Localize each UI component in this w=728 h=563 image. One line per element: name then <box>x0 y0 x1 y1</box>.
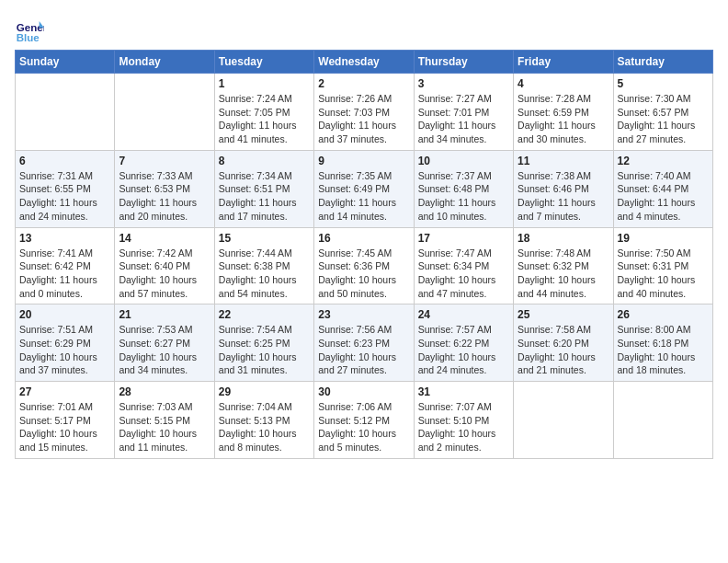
day-detail: Sunrise: 7:28 AM Sunset: 6:59 PM Dayligh… <box>518 92 609 146</box>
day-detail: Sunrise: 7:27 AM Sunset: 7:01 PM Dayligh… <box>418 92 509 146</box>
day-number: 24 <box>418 308 509 321</box>
page-header: General Blue <box>15 15 713 44</box>
day-number: 14 <box>119 232 210 245</box>
day-number: 11 <box>518 155 609 167</box>
calendar-cell: 11Sunrise: 7:38 AM Sunset: 6:46 PM Dayli… <box>514 150 613 227</box>
day-number: 13 <box>19 232 110 245</box>
day-detail: Sunrise: 7:03 AM Sunset: 5:15 PM Dayligh… <box>119 400 210 454</box>
day-detail: Sunrise: 7:57 AM Sunset: 6:22 PM Dayligh… <box>418 323 509 377</box>
calendar-cell <box>115 74 214 151</box>
day-number: 29 <box>219 385 310 398</box>
day-number: 2 <box>318 77 409 90</box>
day-number: 20 <box>19 308 110 321</box>
calendar-cell: 20Sunrise: 7:51 AM Sunset: 6:29 PM Dayli… <box>16 304 115 382</box>
day-detail: Sunrise: 7:44 AM Sunset: 6:38 PM Dayligh… <box>219 247 310 301</box>
calendar-cell: 14Sunrise: 7:42 AM Sunset: 6:40 PM Dayli… <box>115 227 214 304</box>
calendar-cell: 21Sunrise: 7:53 AM Sunset: 6:27 PM Dayli… <box>115 304 214 382</box>
calendar-cell: 19Sunrise: 7:50 AM Sunset: 6:31 PM Dayli… <box>613 227 712 304</box>
day-detail: Sunrise: 7:53 AM Sunset: 6:27 PM Dayligh… <box>119 323 210 377</box>
day-number: 28 <box>119 385 210 398</box>
calendar-cell: 23Sunrise: 7:56 AM Sunset: 6:23 PM Dayli… <box>314 304 414 382</box>
day-number: 9 <box>318 155 409 167</box>
calendar-cell: 15Sunrise: 7:44 AM Sunset: 6:38 PM Dayli… <box>214 227 313 304</box>
day-number: 7 <box>119 155 210 167</box>
calendar-cell: 16Sunrise: 7:45 AM Sunset: 6:36 PM Dayli… <box>314 227 414 304</box>
calendar-week-row: 27Sunrise: 7:01 AM Sunset: 5:17 PM Dayli… <box>16 382 713 459</box>
day-number: 25 <box>518 308 609 321</box>
day-number: 6 <box>19 155 110 167</box>
day-number: 23 <box>318 308 409 321</box>
calendar-cell: 17Sunrise: 7:47 AM Sunset: 6:34 PM Dayli… <box>414 227 513 304</box>
day-detail: Sunrise: 7:47 AM Sunset: 6:34 PM Dayligh… <box>418 247 509 301</box>
day-number: 3 <box>418 77 509 90</box>
day-detail: Sunrise: 7:42 AM Sunset: 6:40 PM Dayligh… <box>119 247 210 301</box>
day-number: 12 <box>618 155 709 167</box>
day-number: 27 <box>19 385 110 398</box>
day-detail: Sunrise: 7:04 AM Sunset: 5:13 PM Dayligh… <box>219 400 310 454</box>
day-number: 8 <box>219 155 310 167</box>
calendar-cell: 22Sunrise: 7:54 AM Sunset: 6:25 PM Dayli… <box>214 304 313 382</box>
day-number: 4 <box>518 77 609 90</box>
logo: General Blue <box>15 15 44 44</box>
calendar-cell: 7Sunrise: 7:33 AM Sunset: 6:53 PM Daylig… <box>115 150 214 227</box>
calendar-cell <box>514 382 613 459</box>
weekday-header: Sunday <box>16 51 115 74</box>
day-detail: Sunrise: 7:30 AM Sunset: 6:57 PM Dayligh… <box>618 92 709 146</box>
day-detail: Sunrise: 7:41 AM Sunset: 6:42 PM Dayligh… <box>19 247 110 301</box>
calendar-week-row: 20Sunrise: 7:51 AM Sunset: 6:29 PM Dayli… <box>16 304 713 382</box>
day-number: 21 <box>119 308 210 321</box>
day-number: 1 <box>219 77 310 90</box>
day-number: 31 <box>418 385 509 398</box>
day-detail: Sunrise: 7:26 AM Sunset: 7:03 PM Dayligh… <box>318 92 409 146</box>
logo-icon: General Blue <box>15 15 44 44</box>
day-number: 15 <box>219 232 310 245</box>
day-detail: Sunrise: 7:50 AM Sunset: 6:31 PM Dayligh… <box>618 247 709 301</box>
day-detail: Sunrise: 7:51 AM Sunset: 6:29 PM Dayligh… <box>19 323 110 377</box>
day-number: 19 <box>618 232 709 245</box>
day-detail: Sunrise: 7:06 AM Sunset: 5:12 PM Dayligh… <box>318 400 409 454</box>
calendar-cell: 5Sunrise: 7:30 AM Sunset: 6:57 PM Daylig… <box>613 74 712 151</box>
calendar-cell: 28Sunrise: 7:03 AM Sunset: 5:15 PM Dayli… <box>115 382 214 459</box>
calendar-cell: 8Sunrise: 7:34 AM Sunset: 6:51 PM Daylig… <box>214 150 313 227</box>
day-detail: Sunrise: 7:07 AM Sunset: 5:10 PM Dayligh… <box>418 400 509 454</box>
calendar-week-row: 6Sunrise: 7:31 AM Sunset: 6:55 PM Daylig… <box>16 150 713 227</box>
day-detail: Sunrise: 7:56 AM Sunset: 6:23 PM Dayligh… <box>318 323 409 377</box>
day-detail: Sunrise: 7:45 AM Sunset: 6:36 PM Dayligh… <box>318 247 409 301</box>
day-detail: Sunrise: 7:35 AM Sunset: 6:49 PM Dayligh… <box>318 169 409 224</box>
weekday-header: Monday <box>115 51 214 74</box>
calendar-cell: 4Sunrise: 7:28 AM Sunset: 6:59 PM Daylig… <box>514 74 613 151</box>
day-detail: Sunrise: 7:48 AM Sunset: 6:32 PM Dayligh… <box>518 247 609 301</box>
day-detail: Sunrise: 7:37 AM Sunset: 6:48 PM Dayligh… <box>418 169 509 224</box>
day-detail: Sunrise: 7:33 AM Sunset: 6:53 PM Dayligh… <box>119 169 210 224</box>
calendar-week-row: 1Sunrise: 7:24 AM Sunset: 7:05 PM Daylig… <box>16 74 713 151</box>
day-number: 26 <box>618 308 709 321</box>
calendar-week-row: 13Sunrise: 7:41 AM Sunset: 6:42 PM Dayli… <box>16 227 713 304</box>
day-detail: Sunrise: 7:40 AM Sunset: 6:44 PM Dayligh… <box>618 169 709 224</box>
calendar-cell: 12Sunrise: 7:40 AM Sunset: 6:44 PM Dayli… <box>613 150 712 227</box>
day-detail: Sunrise: 7:01 AM Sunset: 5:17 PM Dayligh… <box>19 400 110 454</box>
day-detail: Sunrise: 7:38 AM Sunset: 6:46 PM Dayligh… <box>518 169 609 224</box>
weekday-header: Tuesday <box>214 51 313 74</box>
weekday-header: Wednesday <box>314 51 414 74</box>
calendar-header-row: SundayMondayTuesdayWednesdayThursdayFrid… <box>16 51 713 74</box>
weekday-header: Friday <box>514 51 613 74</box>
calendar-cell: 10Sunrise: 7:37 AM Sunset: 6:48 PM Dayli… <box>414 150 513 227</box>
day-number: 5 <box>618 77 709 90</box>
calendar-cell: 30Sunrise: 7:06 AM Sunset: 5:12 PM Dayli… <box>314 382 414 459</box>
calendar-cell: 9Sunrise: 7:35 AM Sunset: 6:49 PM Daylig… <box>314 150 414 227</box>
day-number: 22 <box>219 308 310 321</box>
day-detail: Sunrise: 7:58 AM Sunset: 6:20 PM Dayligh… <box>518 323 609 377</box>
day-number: 10 <box>418 155 509 167</box>
calendar-cell <box>16 74 115 151</box>
calendar-cell: 2Sunrise: 7:26 AM Sunset: 7:03 PM Daylig… <box>314 74 414 151</box>
day-number: 17 <box>418 232 509 245</box>
calendar-cell: 27Sunrise: 7:01 AM Sunset: 5:17 PM Dayli… <box>16 382 115 459</box>
calendar-cell: 13Sunrise: 7:41 AM Sunset: 6:42 PM Dayli… <box>16 227 115 304</box>
calendar-cell: 1Sunrise: 7:24 AM Sunset: 7:05 PM Daylig… <box>214 74 313 151</box>
calendar-cell <box>613 382 712 459</box>
svg-text:Blue: Blue <box>17 32 40 43</box>
calendar-cell: 3Sunrise: 7:27 AM Sunset: 7:01 PM Daylig… <box>414 74 513 151</box>
weekday-header: Thursday <box>414 51 513 74</box>
calendar-table: SundayMondayTuesdayWednesdayThursdayFrid… <box>15 50 713 459</box>
calendar-cell: 24Sunrise: 7:57 AM Sunset: 6:22 PM Dayli… <box>414 304 513 382</box>
